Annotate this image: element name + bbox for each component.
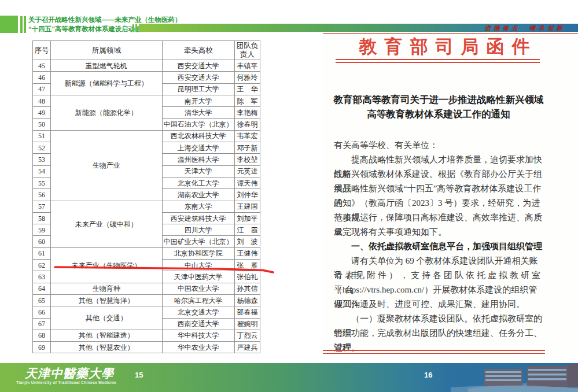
cell-leader: 丰镇平 (234, 60, 260, 72)
cell-number: 46 (33, 72, 51, 83)
cell-field: 重型燃气轮机 (51, 60, 162, 72)
cell-university: 上海交通大学 (162, 142, 234, 154)
cell-leader: 元英进 (234, 165, 260, 177)
cell-leader: 王建国 (234, 201, 260, 212)
table-row: 51生物产业西北农林科技大学韦革宏 (33, 130, 260, 142)
cell-leader: 李艳梅 (234, 107, 260, 119)
letter-line: （一）凝聚教材体系建设团队。依托虚拟教研室的组织 (334, 312, 544, 326)
letterhead-title: 教育部司局函件 (334, 35, 554, 58)
cell-number: 63 (33, 271, 51, 283)
cell-university: 湖南农业大学 (162, 189, 234, 201)
letterhead-double-rule (336, 59, 540, 63)
letter-bottom-double-rule (323, 350, 545, 354)
cell-number: 59 (33, 224, 51, 236)
cell-leader: 严建兵 (234, 342, 260, 353)
project-table: 序号 所属领域 牵头高校 团队负责人 45重型燃气轮机西安交通大学丰镇平46新能… (32, 40, 260, 353)
cell-university: 北京协和医学院 (162, 247, 234, 259)
letter-line: 请有关单位为 69 个教材体系建设团队开通相关账号（申 (334, 254, 544, 268)
cell-university: 天津中医药大学 (162, 271, 234, 283)
table-row: 66其他（交通）北京交通大学邵春福 (33, 306, 260, 318)
header-accent-bar (24, 16, 26, 33)
cell-leader: 邵春福 (234, 306, 260, 318)
cell-field: 其他（智能建造） (51, 330, 162, 341)
cell-university: 西安交通大学 (162, 72, 234, 83)
cell-leader: 徐春明 (234, 119, 260, 130)
cell-leader: 张 雁 (234, 260, 260, 271)
cell-university: 中国农业大学 (162, 283, 234, 294)
table-row: 45重型燃气轮机西安交通大学丰镇平 (33, 60, 260, 72)
cell-number: 53 (33, 154, 51, 165)
cell-university: 中国矿业大学（北京） (162, 236, 234, 247)
cell-leader: 谭天伟 (234, 177, 260, 188)
cell-university: 南开大学 (162, 95, 234, 106)
letter-line: 有关高等学校、有关单位： (334, 138, 544, 153)
table-row: 61未来产业（生物医学）北京协和医学院王健伟 (33, 247, 260, 259)
cell-leader: 韦革宏 (234, 130, 260, 142)
cell-leader: 刘加平 (234, 212, 260, 224)
letter-body: 有关高等学校、有关单位： 提高战略性新兴领域人才培养质量，迫切要求加快战略性新兴… (334, 138, 544, 355)
cell-field: 生物产业 (51, 130, 162, 201)
page-number-left: 15 (135, 371, 143, 379)
cell-leader: 刘 波 (234, 236, 260, 247)
cell-university: 中山大学 (162, 260, 234, 271)
cell-number: 69 (33, 342, 51, 353)
cell-field: 生物育种 (51, 283, 162, 294)
cell-field: 未来产业（碳中和） (51, 201, 162, 247)
cell-university: 华中科技大学 (162, 330, 234, 341)
cell-number: 61 (33, 247, 51, 259)
cell-number: 62 (33, 260, 51, 271)
cell-number: 68 (33, 330, 51, 341)
cell-leader: 张伯礼 (234, 271, 260, 283)
table-row: 57未来产业（碳中和）东南大学王建国 (33, 201, 260, 212)
letter-line: 范项目运行，保障项目高标准建设、高效率推进、高质量完 (334, 210, 544, 225)
cell-number: 50 (33, 119, 51, 130)
cell-leader: 邓子新 (234, 142, 260, 154)
col-header-field: 所属领域 (51, 41, 162, 60)
cell-leader: 王 华 (234, 83, 260, 95)
cell-university: 东南大学 (162, 201, 234, 212)
cell-university: 哈尔滨工程大学 (162, 294, 234, 306)
cell-university: 北京交通大学 (162, 306, 234, 318)
table-row: 64生物育种中国农业大学孙其信 (33, 283, 260, 294)
cell-number: 65 (33, 294, 51, 306)
cell-number: 49 (33, 107, 51, 119)
cell-leader: 陈 军 (234, 95, 260, 106)
cell-number: 64 (33, 283, 51, 294)
university-logo-cn: 天津中醫藥大學 (25, 365, 114, 382)
table-row: 65其他（智慧海洋）哈尔滨工程大学杨德森 (33, 294, 260, 306)
cell-field: 其他（智慧农业） (51, 342, 162, 353)
page-number-right: 16 (424, 371, 432, 379)
table-row: 46新能源（储能科学与工程）西安交通大学何雅玲 (33, 72, 260, 83)
university-motto: 进德修业 继承创新 (485, 24, 566, 32)
slide-root: 关于召开战略性新兴领域——未来产业（生物医药） “十四五”高等教育教材体系建设启… (0, 0, 578, 392)
university-logo-en: Tianjin University of Traditional Chines… (16, 380, 116, 384)
letter-line: 性新兴领域教材体系建设。根据《教育部办公厅关于组织开 (334, 167, 544, 182)
cell-university: 北京化工大学 (162, 177, 234, 188)
col-header-university: 牵头高校 (162, 41, 234, 60)
header-accent-bar-small (132, 24, 134, 32)
cell-leader: 翟婉明 (234, 318, 260, 330)
cell-number: 48 (33, 95, 51, 106)
document-title-line1: 教育部高等教育司关于进一步推进战略性新兴领域 (327, 93, 550, 107)
cell-number: 60 (33, 236, 51, 247)
col-header-number: 序号 (33, 41, 51, 60)
letter-top-rule (323, 33, 578, 34)
cell-university: 西北农林科技大学 (162, 130, 234, 142)
header-accent-block (0, 16, 18, 33)
cell-number: 52 (33, 142, 51, 154)
cell-field: 未来产业（生物医学） (51, 247, 162, 283)
cell-university: 温州医科大学 (162, 154, 234, 165)
header-accent-bar (20, 16, 23, 33)
col-header-leader: 团队负责人 (234, 41, 260, 60)
letter-line: 请表见附件），支持各团队依托虚拟教研室平台 (334, 268, 544, 283)
cell-university: 西南交通大学 (162, 318, 234, 330)
cell-leader: 李校堃 (234, 154, 260, 165)
cell-university: 华中农业大学 (162, 342, 234, 353)
document-title-line2: 高等教育教材体系建设工作的通知 (327, 107, 550, 121)
table-header-row: 序号 所属领域 牵头高校 团队负责人 (33, 41, 260, 60)
cell-number: 47 (33, 83, 51, 95)
letter-line: （https://vtrs.hep.com.cn/）开展教材体系建设的组织管理工… (334, 283, 544, 297)
cell-leader: 孙其信 (234, 283, 260, 294)
footer-band: 天津中醫藥大學 Tianjin University of Traditiona… (0, 363, 578, 392)
table-row: 48新能源（能源化学）南开大学陈 军 (33, 95, 260, 106)
